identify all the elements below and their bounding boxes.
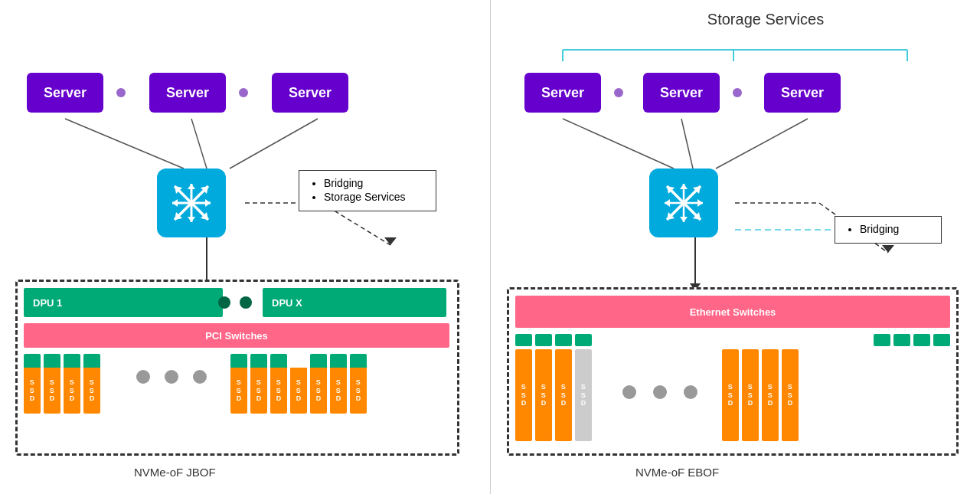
- svg-marker-6: [384, 237, 397, 245]
- svg-line-1: [191, 119, 207, 168]
- right-ssd-group-right: SSD SSD SSD SSD: [722, 349, 799, 441]
- left-ssd-4: SSD: [83, 354, 100, 414]
- svg-marker-18: [172, 199, 178, 207]
- svg-line-2: [230, 119, 318, 168]
- left-ssd-6: SSD: [250, 354, 267, 414]
- right-enclosure: Ethernet Switches SSD: [507, 287, 959, 456]
- left-dpu-dot-1: [218, 296, 230, 309]
- svg-marker-46: [680, 184, 688, 189]
- left-ssd-8: SSD: [290, 354, 307, 414]
- svg-line-0: [65, 119, 184, 168]
- diagram-container: Server Server Server: [0, 0, 980, 494]
- right-server-3: Server: [764, 73, 841, 113]
- storage-services-label: Storage Services: [674, 11, 858, 28]
- right-info-item-1: Bridging: [860, 223, 929, 235]
- left-info-item-1: Bridging: [324, 177, 423, 189]
- right-enclosure-label: NVMe-oF EBOF: [635, 466, 719, 479]
- left-ssd-group-right: SSD SSD SSD SSD SSD: [230, 354, 367, 414]
- svg-marker-32: [882, 245, 894, 253]
- svg-marker-44: [697, 199, 703, 207]
- right-ssd-6: SSD: [742, 349, 759, 441]
- left-ssd-9: SSD: [310, 354, 327, 414]
- left-dpu1-bar: DPU 1: [24, 288, 223, 317]
- left-gray-dot-1: [136, 370, 150, 384]
- left-server-1: Server: [27, 73, 103, 113]
- left-info-item-2: Storage Services: [324, 191, 423, 203]
- right-ssd-group-left: SSD SSD SSD SSD: [515, 349, 592, 441]
- right-server-2: Server: [643, 73, 720, 113]
- svg-marker-20: [188, 184, 195, 189]
- right-ssd-8: SSD: [782, 349, 799, 441]
- left-ssd-11: SSD: [350, 354, 367, 414]
- svg-line-26: [563, 119, 674, 168]
- left-server-3: Server: [272, 73, 348, 113]
- left-switch: [157, 168, 226, 237]
- right-eth-bar: Ethernet Switches: [515, 296, 950, 328]
- right-switch: [649, 168, 718, 237]
- svg-marker-47: [680, 217, 688, 222]
- right-ssd-1: SSD: [515, 349, 532, 441]
- left-enclosure-label: NVMe-oF JBOF: [134, 466, 216, 479]
- right-ssd-7: SSD: [762, 349, 779, 441]
- svg-line-27: [681, 119, 693, 168]
- left-info-box: Bridging Storage Services: [299, 170, 436, 211]
- left-ssd-5: SSD: [230, 354, 247, 414]
- left-server-2: Server: [149, 73, 226, 113]
- svg-marker-19: [205, 199, 211, 207]
- svg-marker-43: [665, 199, 670, 207]
- left-diagram: Server Server Server: [0, 0, 490, 494]
- right-server-1: Server: [524, 73, 601, 113]
- left-ssd-1: SSD: [24, 354, 41, 414]
- right-ssd-5: SSD: [722, 349, 739, 441]
- left-enclosure: DPU 1 DPU X PCI Switches SSD: [15, 280, 459, 456]
- left-dot-2: [239, 88, 248, 97]
- right-ssd-4: SSD: [575, 349, 592, 441]
- left-ssd-3: SSD: [64, 354, 80, 414]
- right-ssd-2: SSD: [535, 349, 552, 441]
- right-ssd-3: SSD: [555, 349, 572, 441]
- left-pci-bar: PCI Switches: [24, 323, 449, 348]
- left-gray-dot-3: [193, 370, 207, 384]
- left-dpu-dot-2: [240, 296, 252, 309]
- right-gray-dot-1: [622, 385, 636, 399]
- left-ssd-group-left: SSD SSD SSD SSD: [24, 354, 100, 414]
- svg-line-28: [716, 119, 808, 168]
- left-ssd-10: SSD: [330, 354, 347, 414]
- right-dot-1: [614, 88, 623, 97]
- right-gray-dot-3: [684, 385, 697, 399]
- left-dpux-bar: DPU X: [263, 288, 446, 317]
- right-diagram: Storage Services Server Server Server: [490, 0, 980, 494]
- right-gray-dot-2: [653, 385, 667, 399]
- right-info-box: Bridging: [835, 216, 942, 244]
- left-ssd-7: SSD: [270, 354, 287, 414]
- svg-marker-21: [188, 217, 195, 222]
- left-gray-dot-2: [165, 370, 178, 384]
- left-dot-1: [116, 88, 126, 97]
- right-dot-2: [733, 88, 742, 97]
- left-ssd-2: SSD: [44, 354, 60, 414]
